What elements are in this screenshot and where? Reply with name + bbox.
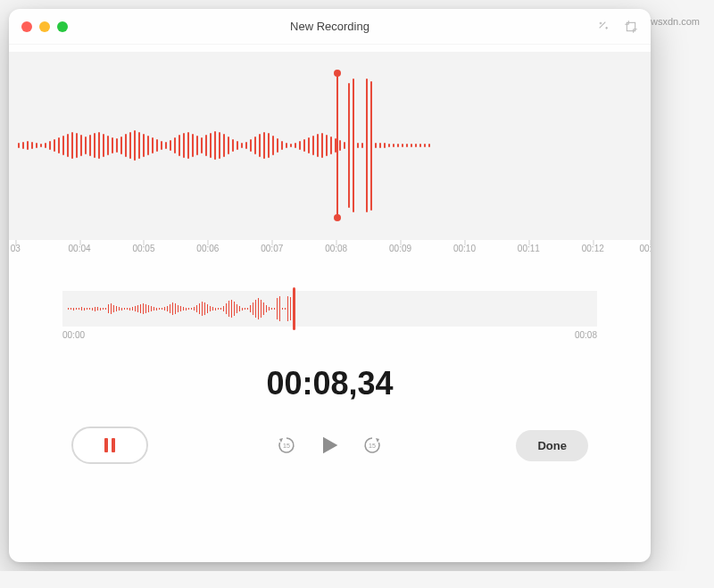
wave-bar (312, 136, 314, 155)
close-window-button[interactable] (21, 21, 32, 32)
mini-wave-bar (255, 300, 256, 318)
wave-bar (120, 137, 122, 154)
mini-wave-bar (263, 302, 264, 315)
wave-bar (281, 141, 283, 150)
mini-wave-bar (159, 308, 160, 310)
maximize-window-button[interactable] (57, 21, 68, 32)
overview-playhead[interactable] (293, 287, 295, 330)
mini-wave-bar (121, 308, 122, 311)
mini-wave-bar (127, 308, 128, 310)
mini-wave-bar (172, 302, 173, 315)
wave-bar (357, 143, 359, 148)
mini-wave-bar (164, 307, 165, 311)
mini-wave-bar (196, 305, 197, 312)
wave-bar (187, 132, 189, 159)
elapsed-timer: 00:08,34 (9, 365, 651, 402)
mini-wave-bar (97, 307, 98, 311)
overview-labels: 00:00 00:08 (62, 330, 597, 340)
wave-bar (402, 144, 403, 147)
wave-bar (214, 131, 216, 160)
overview-start-time: 00:00 (62, 330, 85, 340)
wave-bar (406, 144, 408, 147)
wave-bar (183, 133, 185, 158)
mini-wave-bar (245, 308, 245, 310)
mini-wave-bar (108, 304, 109, 313)
wave-bar (308, 137, 310, 153)
wave-bar (353, 79, 354, 212)
wave-bar (71, 132, 73, 159)
titlebar: New Recording (9, 9, 651, 45)
mini-wave-bar (170, 304, 170, 313)
wave-bar (80, 135, 82, 156)
wave-bar (178, 135, 180, 156)
mini-wave-bar (202, 302, 203, 316)
mini-wave-bar (145, 304, 146, 313)
wave-bar (192, 134, 194, 157)
mini-wave-bar (143, 303, 144, 314)
waveform-area[interactable] (9, 52, 651, 239)
wave-bar (94, 133, 95, 158)
mini-wave-bar (237, 304, 237, 313)
mini-wave-bar (239, 306, 240, 311)
done-button[interactable]: Done (516, 430, 588, 461)
play-button[interactable] (317, 433, 342, 458)
mini-wave-bar (234, 302, 235, 316)
ruler-tick: 00:11 (518, 240, 540, 253)
mini-wave-bar (113, 305, 114, 312)
minimize-window-button[interactable] (39, 21, 50, 32)
mini-wave-bar (212, 307, 213, 311)
mini-wave-bar (92, 308, 93, 311)
svg-rect-0 (627, 22, 635, 30)
mini-wave-bar (250, 305, 251, 312)
trim-icon[interactable] (624, 20, 638, 34)
mini-wave-bar (73, 308, 74, 311)
mini-wave-bar (175, 303, 176, 314)
wave-bar (419, 144, 421, 147)
mini-wave-bar (274, 308, 275, 310)
wave-bar (107, 136, 109, 155)
wave-bar (250, 139, 252, 152)
wave-bar (348, 83, 350, 208)
mini-wave-bar (68, 308, 69, 310)
overview-track[interactable] (62, 291, 597, 327)
window-title: New Recording (9, 20, 651, 33)
wave-bar (388, 144, 390, 147)
mini-wave-bar (253, 302, 253, 315)
mini-wave-bar (81, 307, 82, 311)
wave-bar (424, 144, 426, 147)
ruler-tick: 03 (11, 240, 21, 253)
wave-bar (196, 136, 198, 155)
mini-wave-bar (162, 308, 162, 310)
wave-bar (326, 135, 328, 156)
wave-bar (219, 132, 220, 159)
playhead[interactable] (336, 73, 338, 218)
wave-bar (40, 144, 42, 147)
wave-bar (241, 143, 243, 148)
skip-forward-15-button[interactable]: 15 (361, 435, 383, 456)
wave-bar (299, 141, 301, 150)
mini-wave-bar (188, 308, 189, 310)
wave-bar (125, 134, 127, 157)
wave-bar (268, 133, 270, 158)
wave-bar (58, 137, 60, 153)
mini-wave-bar (277, 298, 278, 319)
waveform (9, 74, 651, 217)
enhance-icon[interactable] (597, 20, 611, 34)
pause-button[interactable] (71, 427, 148, 464)
ruler-tick: 00:08 (325, 240, 347, 253)
wave-bar (147, 136, 149, 155)
mini-wave-bar (151, 306, 152, 311)
wave-bar (384, 143, 386, 148)
wave-bar (156, 139, 158, 152)
wave-bar (103, 134, 104, 157)
svg-text:15: 15 (369, 443, 377, 449)
mini-wave-bar (124, 308, 125, 310)
mini-wave-bar (105, 308, 106, 310)
time-ruler: 0300:0400:0500:0600:0700:0800:0900:1000:… (9, 239, 651, 275)
wave-bar (254, 137, 256, 154)
skip-back-15-button[interactable]: 15 (276, 435, 297, 456)
wave-bar (85, 137, 87, 154)
wave-bar (54, 139, 55, 152)
wave-bar (129, 132, 131, 159)
mini-wave-bar (183, 307, 184, 311)
